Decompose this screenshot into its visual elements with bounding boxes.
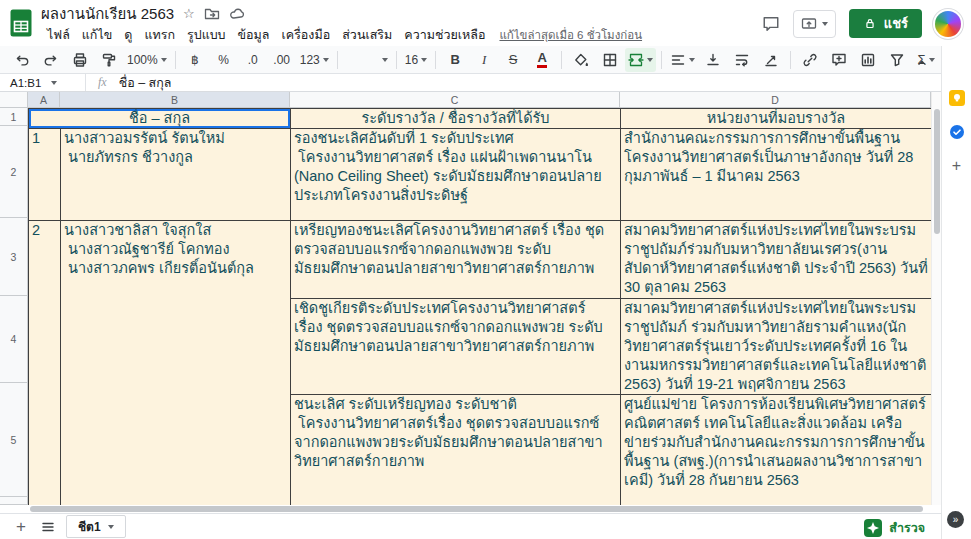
account-avatar[interactable] bbox=[935, 11, 961, 37]
vertical-align-dropdown[interactable] bbox=[699, 48, 727, 72]
menu-format[interactable]: รูปแบบ bbox=[181, 24, 232, 46]
zoom-value: 100% bbox=[127, 53, 158, 67]
text-wrap-dropdown[interactable] bbox=[728, 48, 756, 72]
move-folder-icon[interactable] bbox=[204, 6, 220, 22]
menu-file[interactable]: ไฟล์ bbox=[41, 24, 76, 46]
text-color-button[interactable]: A bbox=[537, 52, 546, 68]
formula-input[interactable]: ชื่อ – สกุล bbox=[119, 73, 172, 93]
select-all-corner[interactable] bbox=[0, 92, 28, 108]
cell-d2-org[interactable]: สำนักงานคณะกรรมการการศึกษาขั้นพื้นฐานโคร… bbox=[621, 129, 932, 221]
column-header-d[interactable]: D bbox=[620, 92, 931, 108]
name-box[interactable]: A1:B1 bbox=[0, 74, 86, 91]
row-header-2[interactable]: 2 bbox=[0, 126, 28, 218]
row-header-6-partial[interactable] bbox=[0, 497, 28, 505]
cell-d4-org[interactable]: สมาคมวิทยาศาสตร์แห่งประเทศไทยในพระบรมราช… bbox=[621, 299, 932, 395]
last-edit-link[interactable]: แก้ไขล่าสุดเมื่อ 6 ชั่วโมงก่อน bbox=[499, 26, 642, 44]
cell-c5-award[interactable]: ชนะเลิศ ระดับเหรียญทอง ระดับชาติ โครงงาน… bbox=[291, 395, 621, 506]
format-currency-button[interactable]: ฿ bbox=[181, 48, 209, 72]
row-header-4[interactable]: 4 bbox=[0, 296, 28, 383]
document-title[interactable]: ผลงานนักเรียน 2563 bbox=[41, 2, 174, 26]
create-filter-button[interactable] bbox=[883, 48, 911, 72]
keep-icon[interactable] bbox=[949, 90, 965, 106]
cell-d3-org[interactable]: สมาคมวิทยาศาสตร์แห่งประเทศไทยในพระบรมราช… bbox=[621, 221, 932, 299]
explore-button[interactable]: สำรวจ bbox=[864, 518, 925, 538]
explore-icon bbox=[864, 519, 882, 537]
menu-tools[interactable]: เครื่องมือ bbox=[276, 24, 337, 46]
menu-data[interactable]: ข้อมูล bbox=[232, 24, 276, 46]
font-size-value: 16 bbox=[405, 53, 418, 67]
increase-decimal-button[interactable]: .00 bbox=[268, 48, 296, 72]
cloud-status-icon[interactable] bbox=[229, 6, 245, 22]
cell-b2-names[interactable]: นางสาวอมรรัตน์ รัตนใหม่ นายภัทรกร ชีวางก… bbox=[61, 129, 291, 221]
fill-color-button[interactable] bbox=[567, 48, 595, 72]
insert-comment-button[interactable] bbox=[825, 48, 853, 72]
text-rotation-dropdown[interactable] bbox=[757, 48, 785, 72]
table-row: 1 นางสาวอมรรัตน์ รัตนใหม่ นายภัทรกร ชีวา… bbox=[29, 129, 932, 221]
cell-c1-header-award[interactable]: ระดับรางวัล / ชื่อรางวัลที่ได้รับ bbox=[291, 109, 621, 129]
star-icon[interactable]: ☆ bbox=[183, 7, 195, 20]
row-header-1[interactable]: 1 bbox=[0, 108, 28, 126]
cell-b3-names[interactable]: นางสาวชาลิสา ใจสุกใส นางสาวณัฐชารีย์ โคก… bbox=[61, 221, 291, 506]
menu-edit[interactable]: แก้ไข bbox=[76, 24, 118, 46]
merge-cells-button[interactable] bbox=[625, 48, 656, 72]
more-formats-dropdown[interactable]: 123 bbox=[297, 48, 332, 72]
toolbar-separator bbox=[337, 51, 338, 69]
menu-addons[interactable]: ส่วนเสริม bbox=[336, 24, 398, 46]
insert-link-button[interactable] bbox=[796, 48, 824, 72]
sheet-tab-menu-caret[interactable] bbox=[108, 525, 114, 529]
redo-button[interactable] bbox=[37, 48, 65, 72]
font-size-dropdown[interactable]: 16 bbox=[402, 48, 430, 72]
horizontal-scrollbar-thumb[interactable] bbox=[30, 506, 923, 512]
cell-d5-org[interactable]: ศูนย์แม่ข่าย โครงการห้องเรียนพิเศษวิทยาศ… bbox=[621, 395, 932, 506]
sheet-tab-label: ชีต1 bbox=[78, 517, 101, 536]
horizontal-scrollbar[interactable] bbox=[0, 505, 941, 513]
share-button[interactable]: แชร์ bbox=[849, 9, 922, 38]
row-header-5[interactable]: 5 bbox=[0, 383, 28, 497]
cell-a2-entry-no[interactable]: 1 bbox=[29, 129, 61, 221]
font-family-dropdown[interactable] bbox=[343, 51, 391, 69]
format-percent-button[interactable]: % bbox=[210, 48, 238, 72]
borders-button[interactable] bbox=[596, 48, 624, 72]
menu-help[interactable]: ความช่วยเหลือ bbox=[398, 24, 491, 46]
cell-d1-header-org[interactable]: หน่วยงานที่มอบรางวัล bbox=[621, 109, 932, 129]
menu-view[interactable]: ดู bbox=[118, 24, 138, 46]
sheet-tab-active[interactable]: ชีต1 bbox=[66, 515, 126, 538]
comment-history-icon[interactable] bbox=[762, 15, 780, 33]
italic-button[interactable]: I bbox=[470, 48, 498, 72]
present-to-meeting-button[interactable] bbox=[793, 10, 836, 38]
sheets-logo-icon[interactable] bbox=[10, 9, 32, 37]
menu-insert[interactable]: แทรก bbox=[138, 24, 181, 46]
paint-format-button[interactable] bbox=[95, 48, 123, 72]
column-header-b[interactable]: B bbox=[60, 92, 290, 108]
undo-button[interactable] bbox=[8, 48, 36, 72]
insert-chart-button[interactable] bbox=[854, 48, 882, 72]
cell-c4-award[interactable]: เชิดชูเกียรติระดับประเทศโครงงานวิทยาศาสต… bbox=[291, 299, 621, 395]
row-header-3[interactable]: 3 bbox=[0, 218, 28, 296]
side-panel: + bbox=[941, 46, 971, 539]
collapse-toolbar-button[interactable] bbox=[908, 51, 936, 75]
hide-side-panel-button[interactable]: » bbox=[947, 511, 964, 528]
cell-c2-award[interactable]: รองชนะเลิศอันดับที่ 1 ระดับประเทศ โครงงา… bbox=[291, 129, 621, 221]
horizontal-align-dropdown[interactable] bbox=[667, 48, 698, 72]
cell-c3-award[interactable]: เหรียญทองชนะเลิศโครงงานวิทยาศาสตร์ เรื่อ… bbox=[291, 221, 621, 299]
toolbar-separator bbox=[175, 51, 176, 69]
column-header-c[interactable]: C bbox=[290, 92, 620, 108]
bold-button[interactable]: B bbox=[441, 48, 469, 72]
column-header-a[interactable]: A bbox=[28, 92, 60, 108]
add-sheet-button[interactable]: + bbox=[12, 518, 30, 535]
cell-a1-merged-header-name[interactable]: ชื่อ – สกุล bbox=[29, 109, 291, 129]
spreadsheet-grid: A B C D 1 2 3 4 5 ชื่อ – สกุล ระดับรางวั… bbox=[0, 92, 941, 505]
tasks-icon[interactable] bbox=[949, 124, 965, 140]
vertical-scrollbar-thumb[interactable] bbox=[934, 109, 940, 234]
toolbar-separator bbox=[396, 51, 397, 69]
cell-a3-entry-no[interactable]: 2 bbox=[29, 221, 61, 506]
vertical-scrollbar[interactable] bbox=[931, 92, 941, 505]
get-addons-button[interactable]: + bbox=[952, 158, 961, 174]
strikethrough-button[interactable]: S bbox=[499, 48, 527, 72]
toolbar-separator bbox=[435, 51, 436, 69]
decrease-decimal-button[interactable]: .0 bbox=[239, 48, 267, 72]
print-button[interactable] bbox=[66, 48, 94, 72]
zoom-dropdown[interactable]: 100% bbox=[124, 48, 170, 72]
top-bar: ผลงานนักเรียน 2563 ☆ ไฟล์ แก้ไข ดู แทรก … bbox=[0, 0, 971, 46]
all-sheets-menu-button[interactable] bbox=[40, 519, 56, 535]
